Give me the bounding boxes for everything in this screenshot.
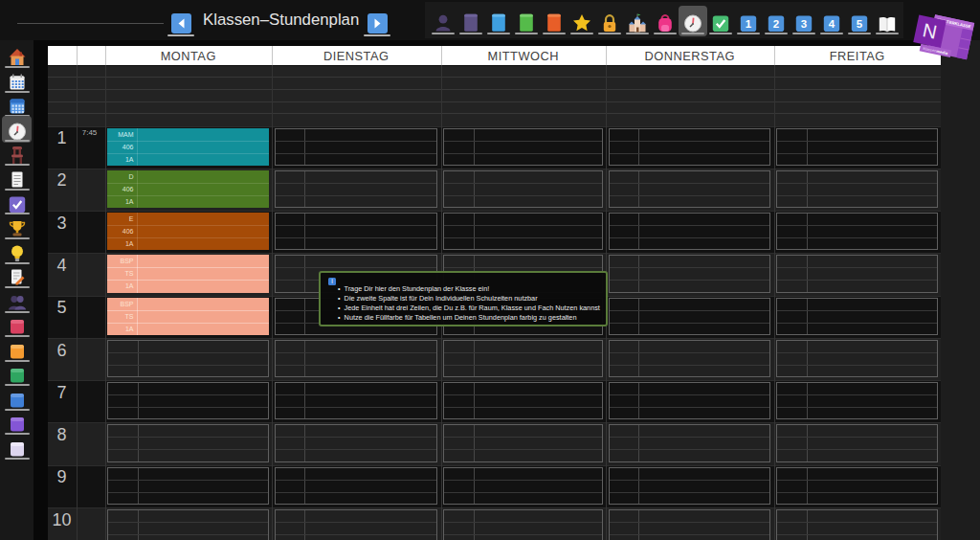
svg-text:5: 5 <box>856 17 862 29</box>
svg-text:2: 2 <box>772 17 778 29</box>
svg-text:3: 3 <box>800 17 806 29</box>
svg-text:1: 1 <box>745 17 751 29</box>
svg-text:4: 4 <box>828 17 835 29</box>
